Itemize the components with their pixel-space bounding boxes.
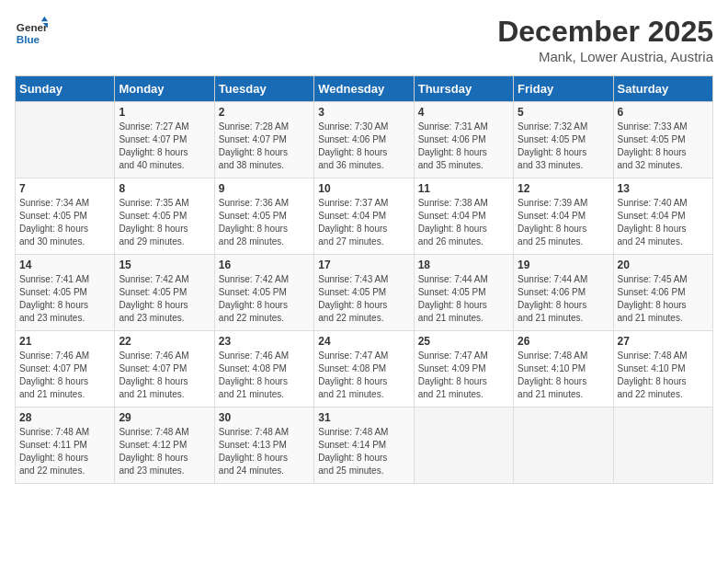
calendar-cell: 23Sunrise: 7:46 AM Sunset: 4:08 PM Dayli… (214, 331, 313, 408)
day-content: Sunrise: 7:48 AM Sunset: 4:12 PM Dayligh… (119, 426, 210, 477)
calendar-week-row: 1Sunrise: 7:27 AM Sunset: 4:07 PM Daylig… (16, 102, 713, 178)
calendar-cell: 14Sunrise: 7:41 AM Sunset: 4:05 PM Dayli… (16, 255, 115, 331)
title-block: December 2025 Mank, Lower Austria, Austr… (497, 15, 713, 64)
day-content: Sunrise: 7:45 AM Sunset: 4:06 PM Dayligh… (618, 273, 709, 325)
day-number: 12 (518, 182, 609, 195)
day-number: 18 (418, 259, 509, 271)
calendar-cell: 13Sunrise: 7:40 AM Sunset: 4:04 PM Dayli… (613, 178, 712, 255)
calendar-cell: 4Sunrise: 7:31 AM Sunset: 4:06 PM Daylig… (414, 102, 513, 178)
day-content: Sunrise: 7:42 AM Sunset: 4:05 PM Dayligh… (219, 273, 310, 325)
day-number: 8 (119, 182, 210, 195)
day-content: Sunrise: 7:44 AM Sunset: 4:06 PM Dayligh… (518, 273, 609, 325)
calendar-week-row: 7Sunrise: 7:34 AM Sunset: 4:05 PM Daylig… (16, 178, 713, 255)
calendar-week-row: 21Sunrise: 7:46 AM Sunset: 4:07 PM Dayli… (16, 331, 713, 408)
calendar-body: 1Sunrise: 7:27 AM Sunset: 4:07 PM Daylig… (16, 102, 713, 484)
calendar-cell (613, 408, 712, 484)
calendar-cell: 5Sunrise: 7:32 AM Sunset: 4:05 PM Daylig… (514, 102, 613, 178)
calendar-cell: 2Sunrise: 7:28 AM Sunset: 4:07 PM Daylig… (214, 102, 313, 178)
day-number: 2 (219, 106, 310, 119)
day-content: Sunrise: 7:44 AM Sunset: 4:05 PM Dayligh… (418, 273, 509, 325)
calendar-cell: 9Sunrise: 7:36 AM Sunset: 4:05 PM Daylig… (214, 178, 313, 255)
day-number: 16 (219, 259, 310, 271)
day-header-thursday: Thursday (414, 76, 513, 102)
day-content: Sunrise: 7:42 AM Sunset: 4:05 PM Dayligh… (119, 273, 210, 325)
day-number: 30 (219, 411, 310, 424)
day-number: 24 (318, 335, 409, 348)
day-number: 5 (518, 106, 609, 119)
day-header-wednesday: Wednesday (314, 76, 414, 102)
month-title: December 2025 (497, 15, 713, 49)
day-content: Sunrise: 7:31 AM Sunset: 4:06 PM Dayligh… (418, 121, 509, 172)
day-header-monday: Monday (115, 76, 214, 102)
day-number: 3 (318, 106, 409, 119)
day-content: Sunrise: 7:30 AM Sunset: 4:06 PM Dayligh… (318, 121, 409, 172)
day-content: Sunrise: 7:46 AM Sunset: 4:07 PM Dayligh… (119, 350, 210, 401)
svg-text:General: General (17, 21, 48, 33)
calendar-cell: 16Sunrise: 7:42 AM Sunset: 4:05 PM Dayli… (214, 255, 313, 331)
day-number: 15 (119, 259, 210, 271)
calendar-cell: 6Sunrise: 7:33 AM Sunset: 4:05 PM Daylig… (613, 102, 712, 178)
day-content: Sunrise: 7:38 AM Sunset: 4:04 PM Dayligh… (418, 197, 509, 248)
day-content: Sunrise: 7:39 AM Sunset: 4:04 PM Dayligh… (518, 197, 609, 248)
day-content: Sunrise: 7:48 AM Sunset: 4:13 PM Dayligh… (219, 426, 310, 477)
calendar-cell: 17Sunrise: 7:43 AM Sunset: 4:05 PM Dayli… (314, 255, 414, 331)
svg-text:Blue: Blue (17, 33, 40, 45)
day-content: Sunrise: 7:32 AM Sunset: 4:05 PM Dayligh… (518, 121, 609, 172)
calendar-cell: 29Sunrise: 7:48 AM Sunset: 4:12 PM Dayli… (115, 408, 214, 484)
calendar-cell: 11Sunrise: 7:38 AM Sunset: 4:04 PM Dayli… (414, 178, 513, 255)
day-content: Sunrise: 7:40 AM Sunset: 4:04 PM Dayligh… (618, 197, 709, 248)
logo: General Blue (15, 15, 48, 48)
day-number: 20 (618, 259, 709, 271)
day-content: Sunrise: 7:48 AM Sunset: 4:14 PM Dayligh… (318, 426, 409, 477)
calendar-cell: 7Sunrise: 7:34 AM Sunset: 4:05 PM Daylig… (16, 178, 115, 255)
day-number: 28 (19, 411, 110, 424)
day-content: Sunrise: 7:47 AM Sunset: 4:08 PM Dayligh… (318, 350, 409, 401)
calendar-cell: 10Sunrise: 7:37 AM Sunset: 4:04 PM Dayli… (314, 178, 414, 255)
day-number: 19 (518, 259, 609, 271)
day-content: Sunrise: 7:28 AM Sunset: 4:07 PM Dayligh… (219, 121, 310, 172)
day-content: Sunrise: 7:27 AM Sunset: 4:07 PM Dayligh… (119, 121, 210, 172)
logo-icon: General Blue (15, 15, 48, 48)
calendar-header-row: SundayMondayTuesdayWednesdayThursdayFrid… (16, 76, 713, 102)
calendar-cell: 31Sunrise: 7:48 AM Sunset: 4:14 PM Dayli… (314, 408, 414, 484)
calendar-cell: 25Sunrise: 7:47 AM Sunset: 4:09 PM Dayli… (414, 331, 513, 408)
day-number: 31 (318, 411, 409, 424)
calendar-week-row: 28Sunrise: 7:48 AM Sunset: 4:11 PM Dayli… (16, 408, 713, 484)
day-number: 22 (119, 335, 210, 348)
day-number: 13 (618, 182, 709, 195)
day-content: Sunrise: 7:36 AM Sunset: 4:05 PM Dayligh… (219, 197, 310, 248)
day-number: 27 (618, 335, 709, 348)
calendar-cell: 8Sunrise: 7:35 AM Sunset: 4:05 PM Daylig… (115, 178, 214, 255)
day-content: Sunrise: 7:37 AM Sunset: 4:04 PM Dayligh… (318, 197, 409, 248)
svg-marker-2 (41, 17, 48, 21)
calendar-cell: 21Sunrise: 7:46 AM Sunset: 4:07 PM Dayli… (16, 331, 115, 408)
day-content: Sunrise: 7:47 AM Sunset: 4:09 PM Dayligh… (418, 350, 509, 401)
calendar-cell (514, 408, 613, 484)
calendar-cell: 12Sunrise: 7:39 AM Sunset: 4:04 PM Dayli… (514, 178, 613, 255)
day-content: Sunrise: 7:46 AM Sunset: 4:07 PM Dayligh… (19, 350, 110, 401)
page-header: General Blue December 2025 Mank, Lower A… (15, 15, 713, 64)
day-content: Sunrise: 7:35 AM Sunset: 4:05 PM Dayligh… (119, 197, 210, 248)
day-number: 1 (119, 106, 210, 119)
day-content: Sunrise: 7:48 AM Sunset: 4:10 PM Dayligh… (618, 350, 709, 401)
calendar-cell: 24Sunrise: 7:47 AM Sunset: 4:08 PM Dayli… (314, 331, 414, 408)
day-number: 10 (318, 182, 409, 195)
calendar-cell (16, 102, 115, 178)
day-number: 26 (518, 335, 609, 348)
day-content: Sunrise: 7:41 AM Sunset: 4:05 PM Dayligh… (19, 273, 110, 325)
day-header-friday: Friday (514, 76, 613, 102)
calendar-table: SundayMondayTuesdayWednesdayThursdayFrid… (15, 75, 713, 484)
day-number: 14 (19, 259, 110, 271)
calendar-cell: 26Sunrise: 7:48 AM Sunset: 4:10 PM Dayli… (514, 331, 613, 408)
calendar-cell: 28Sunrise: 7:48 AM Sunset: 4:11 PM Dayli… (16, 408, 115, 484)
calendar-cell: 30Sunrise: 7:48 AM Sunset: 4:13 PM Dayli… (214, 408, 313, 484)
day-number: 17 (318, 259, 409, 271)
calendar-cell: 19Sunrise: 7:44 AM Sunset: 4:06 PM Dayli… (514, 255, 613, 331)
day-content: Sunrise: 7:43 AM Sunset: 4:05 PM Dayligh… (318, 273, 409, 325)
day-number: 21 (19, 335, 110, 348)
day-header-tuesday: Tuesday (214, 76, 313, 102)
day-content: Sunrise: 7:46 AM Sunset: 4:08 PM Dayligh… (219, 350, 310, 401)
day-content: Sunrise: 7:33 AM Sunset: 4:05 PM Dayligh… (618, 121, 709, 172)
calendar-cell (414, 408, 513, 484)
calendar-cell: 27Sunrise: 7:48 AM Sunset: 4:10 PM Dayli… (613, 331, 712, 408)
